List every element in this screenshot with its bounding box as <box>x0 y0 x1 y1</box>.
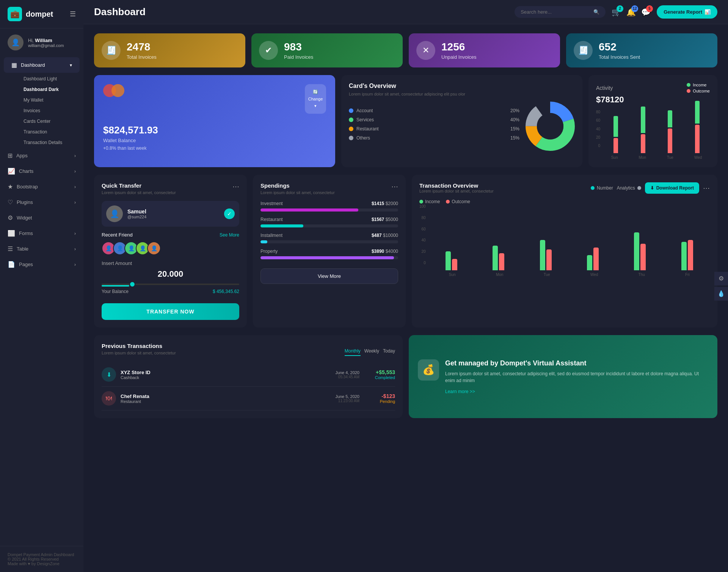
sidebar-item-table[interactable]: ☰ Table › <box>0 241 83 257</box>
change-button[interactable]: 🔄 Change ▾ <box>305 84 326 114</box>
analytics-dot <box>637 186 641 190</box>
va-title: Get managed by Dompet's Virtual Assistan… <box>445 359 708 367</box>
submenu-invoices[interactable]: Invoices <box>20 105 83 116</box>
spendings-menu-icon[interactable]: ⋯ <box>391 182 398 191</box>
sidebar-item-label-plugins: Plugins <box>17 199 33 205</box>
view-more-button[interactable]: View More <box>260 268 398 284</box>
insert-amount: Insert Amount 20.000 Your Balance $ 456,… <box>102 260 239 294</box>
paid-invoices-label: Paid Invoices <box>284 54 313 60</box>
search-input[interactable] <box>521 9 590 15</box>
paid-invoices-number: 983 <box>284 41 313 53</box>
settings-action-button[interactable]: ⚙ <box>714 272 728 285</box>
activity-chart-wrap: 80 60 40 20 0 <box>596 110 710 160</box>
quick-transfer-card: Quick Transfer Lorem ipsum dolor sit ame… <box>94 175 247 328</box>
chevron-right-icon-forms: › <box>74 231 76 236</box>
to-title: Transaction Overview <box>419 182 494 189</box>
chevron-right-icon-charts: › <box>74 169 76 174</box>
generate-report-button[interactable]: Generate Report 📊 <box>657 5 717 19</box>
topbar-icons: 🛒 2 🔔 12 💬 5 <box>612 8 651 17</box>
sidebar-item-pages[interactable]: 📄 Pages › <box>0 257 83 272</box>
topbar: Dashboard 🔍 🛒 2 🔔 12 💬 5 Generate Report… <box>83 0 728 24</box>
see-more-link[interactable]: See More <box>220 232 239 238</box>
bar-outcome-large-fri <box>688 240 693 270</box>
total-invoices-info: 2478 Total Invoices <box>127 41 157 60</box>
va-learn-more-link[interactable]: Learn more >> <box>445 389 475 394</box>
legend-list: Account 20% Services 40% <box>349 108 519 144</box>
cart-icon-wrap[interactable]: 🛒 2 <box>612 8 621 17</box>
sidebar-item-widget[interactable]: ⚙ Widget <box>0 210 83 226</box>
tab-today[interactable]: Today <box>383 348 395 356</box>
to-bar-labels: Sun Mon Tue Wed Thu Fri <box>429 273 710 277</box>
bar-group-large-thu <box>617 232 662 270</box>
transfer-user-handle: @sum224 <box>127 215 146 219</box>
tx-date-2: June 5, 2020 11:23:00 AM <box>335 394 359 403</box>
search-box[interactable]: 🔍 <box>515 6 606 18</box>
submenu-transaction[interactable]: Transaction <box>20 127 83 137</box>
bar-group-wed <box>685 101 710 153</box>
quick-transfer-menu-icon[interactable]: ⋯ <box>232 182 239 191</box>
search-icon[interactable]: 🔍 <box>593 9 599 15</box>
recent-friends: Recent Friend See More 👤 👤 👤 👤 👤 <box>102 232 239 255</box>
to-menu-icon[interactable]: ⋯ <box>703 184 710 192</box>
bar-group-tue <box>658 110 683 153</box>
sidebar-item-label-widget: Widget <box>17 215 32 221</box>
sidebar-item-plugins[interactable]: ♡ Plugins › <box>0 194 83 210</box>
submenu-my-wallet[interactable]: My Wallet <box>20 95 83 105</box>
legend-item-others: Others 15% <box>349 135 519 141</box>
submenu-dashboard-light[interactable]: Dashboard Light <box>20 74 83 84</box>
chevron-right-icon-pages: › <box>74 262 76 267</box>
download-icon: ⬇ <box>650 185 654 191</box>
last-row: Previous Transactions Lorem ipsum dolor … <box>94 335 717 418</box>
pt-subtitle: Lorem ipsum dolor sit amet, consectetur <box>102 351 176 355</box>
transfer-now-button[interactable]: TRANSFER NOW <box>102 303 239 320</box>
sidebar-item-charts[interactable]: 📈 Charts › <box>0 163 83 179</box>
transfer-user-avatar: 👤 <box>106 205 123 222</box>
sidebar-item-forms[interactable]: ⬜ Forms › <box>0 226 83 241</box>
tx-amount-1: +$5,553 <box>369 369 395 375</box>
table-icon: ☰ <box>8 245 13 252</box>
legend-dot-account <box>349 108 353 113</box>
theme-action-button[interactable]: 💧 <box>714 287 728 301</box>
activity-section: Activity Income Outcome $78120 <box>588 75 717 167</box>
pt-tabs: Monthly Weekly Today <box>345 348 395 356</box>
sidebar-item-bootstrap[interactable]: ★ Bootstrap › <box>0 179 83 194</box>
tab-monthly[interactable]: Monthly <box>345 348 361 356</box>
recent-friends-label: Recent Friend <box>102 232 133 238</box>
va-text: Lorem ipsum dolor sit amet, consectetur … <box>445 370 708 384</box>
user-name: William <box>35 38 52 43</box>
total-sent-icon: 🧾 <box>574 41 593 60</box>
tx-type-2: Restaurant <box>121 399 149 404</box>
sidebar: 💼 dompet ☰ 👤 Hi, William william@gmail.c… <box>0 0 83 572</box>
spendings-title: Spendings <box>260 182 335 189</box>
sidebar-item-label-pages: Pages <box>19 262 33 267</box>
tx-type-1: Cashback <box>121 375 151 380</box>
bell-icon-wrap[interactable]: 🔔 12 <box>626 8 636 17</box>
bar-outcome-sun <box>613 138 618 153</box>
legend-income-dot <box>419 200 423 204</box>
chevron-right-icon: › <box>74 153 76 158</box>
stat-card-paid-invoices: ✔ 983 Paid Invoices <box>251 33 403 67</box>
sidebar-item-apps[interactable]: ⊞ Apps › <box>0 148 83 163</box>
to-subtitle: Lorem ipsum dolor sit amet, consectetur <box>419 189 494 193</box>
user-email: william@gmail.com <box>28 43 64 48</box>
slider-thumb[interactable] <box>129 281 135 287</box>
wallet-amount: $824,571.93 <box>103 124 326 136</box>
tab-weekly[interactable]: Weekly <box>364 348 379 356</box>
message-icon-wrap[interactable]: 💬 5 <box>641 8 651 17</box>
bar-income-large-tue <box>540 240 545 270</box>
spending-item-property: Property $3890 $4000 <box>260 249 398 259</box>
quick-transfer-header: Quick Transfer Lorem ipsum dolor sit ame… <box>102 182 239 201</box>
hamburger-icon[interactable]: ☰ <box>70 10 76 18</box>
bar-group-large-tue <box>523 240 568 270</box>
number-dot <box>591 186 595 190</box>
submenu-transaction-details[interactable]: Transaction Details <box>20 137 83 148</box>
download-report-button[interactable]: ⬇ Download Report <box>645 182 699 194</box>
activity-bar-labels: Sun Mon Tue Wed <box>603 155 710 160</box>
sidebar-item-dashboard[interactable]: ▦ Dashboard ▾ <box>4 57 80 73</box>
amount-slider[interactable] <box>102 284 239 287</box>
friend-avatar-5[interactable]: 👤 <box>147 241 161 255</box>
submenu-cards-center[interactable]: Cards Center <box>20 116 83 127</box>
legend-dot-others <box>349 136 353 140</box>
to-filters: Number Analytics ⬇ Download Report ⋯ <box>591 182 710 194</box>
submenu-dashboard-dark[interactable]: Dashboard Dark <box>20 84 83 95</box>
